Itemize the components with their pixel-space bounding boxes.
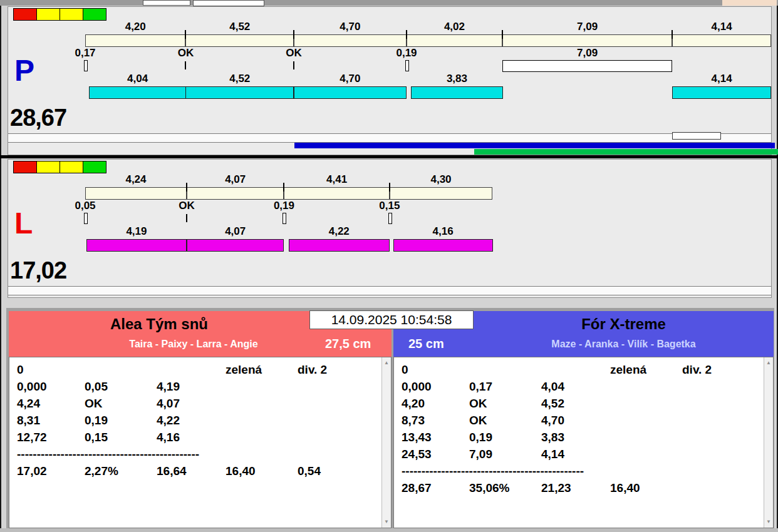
table-cell: OK (85, 395, 157, 412)
jump-height: 27,5 cm (325, 337, 371, 351)
split-time-label: 4,41 (284, 175, 389, 185)
table-cell (226, 412, 298, 429)
table-cell (610, 412, 682, 429)
table-cell: 0,19 (85, 412, 157, 429)
segment-boundary-tick (406, 30, 407, 39)
exchange-notch (283, 213, 286, 224)
scroll-down-icon[interactable]: ▼ (382, 518, 391, 526)
exchange-time-label: 0,15 (365, 201, 415, 211)
table-cell (610, 378, 682, 395)
run-time-label: 4,14 (672, 74, 771, 84)
team-results: 0zelenádiv. 20,0000,054,194,24OK4,078,31… (9, 357, 392, 528)
table-row: 0zelenádiv. 2 (394, 361, 763, 378)
table-cell: 35,06% (469, 479, 541, 496)
exchange-time-label: OK (269, 48, 319, 58)
table-cell: OK (469, 395, 541, 412)
segment-boundary-tick (186, 183, 187, 192)
table-cell: 4,22 (157, 412, 226, 429)
table-cell: 0,05 (85, 378, 157, 395)
table-cell (298, 412, 381, 429)
run-time-label: 3,83 (411, 74, 502, 84)
scroll-up-icon[interactable]: ▲ (764, 359, 773, 367)
run-bar (89, 86, 185, 99)
table-cell: 16,40 (226, 463, 298, 479)
exchange-notch (84, 213, 88, 224)
table-cell: 4,16 (157, 429, 226, 446)
segment-boundary-tick (672, 30, 673, 39)
jump-height: 25 cm (408, 337, 444, 351)
split-segment (185, 34, 294, 47)
split-time-label: 4,24 (85, 175, 187, 185)
table-cell: 13,43 (402, 429, 469, 446)
lane-divider (0, 155, 778, 158)
run-bar (289, 239, 390, 252)
team-results: 0zelenádiv. 20,0000,174,044,20OK4,528,73… (393, 357, 774, 528)
exchange-time-label: OK (162, 201, 212, 211)
exchange-delay-box (502, 60, 672, 72)
table-cell: 24,53 (402, 446, 469, 463)
segment-boundary-tick (185, 30, 186, 39)
table-cell: div. 2 (682, 361, 763, 378)
datetime-display: 14.09.2025 10:54:58 (309, 310, 474, 329)
run-bar (672, 86, 771, 99)
table-row: 24,537,094,14 (394, 446, 763, 463)
team-name: Fór X-treme (474, 315, 774, 333)
team-panel-left: Alea Tým snů Taira - Paixy - Larra - Ang… (9, 311, 392, 528)
table-row: 13,430,193,83 (394, 429, 763, 446)
exchange-time-label: 7,09 (502, 48, 672, 58)
scroll-down-icon[interactable]: ▼ (764, 518, 773, 526)
table-cell: 17,02 (17, 463, 85, 479)
split-time-label: 4,30 (390, 175, 492, 185)
run-bar (411, 86, 502, 99)
window-artifact (722, 0, 777, 6)
progress-bar-blue (294, 143, 775, 148)
scrollbar[interactable]: ▲ ▼ (764, 357, 773, 528)
split-time-label: 4,70 (294, 22, 407, 32)
table-cell (682, 446, 763, 463)
table-cell: 0,15 (85, 429, 157, 446)
table-cell (541, 361, 610, 378)
run-time-label: 4,70 (294, 74, 407, 84)
team-rows: 0zelenádiv. 20,0000,054,194,24OK4,078,31… (9, 357, 381, 528)
split-time-label: 4,52 (185, 22, 294, 32)
run-time-label: 4,22 (289, 227, 390, 237)
table-cell: 0,000 (17, 378, 85, 395)
exchange-time-label: 0,17 (60, 48, 110, 58)
team-panel-right: Fór X-treme Maze - Aranka - Vilík - Bage… (393, 311, 774, 528)
table-cell (157, 361, 226, 378)
split-time-label: 4,02 (407, 22, 503, 32)
table-row: 0,0000,054,19 (9, 378, 381, 395)
run-bar (187, 239, 284, 252)
table-row: 4,20OK4,52 (394, 395, 763, 412)
table-cell: zelená (610, 361, 682, 378)
lane-total-time: 28,67 (10, 106, 66, 130)
segment-boundary-tick (389, 183, 390, 192)
lane-p: P 4,204,524,704,027,094,140,17OKOK0,197,… (8, 6, 772, 155)
scroll-up-icon[interactable]: ▲ (382, 359, 391, 367)
table-cell: 28,67 (402, 479, 469, 496)
table-cell: 4,20 (402, 395, 469, 412)
result-strip (8, 286, 771, 295)
exchange-time-label: OK (160, 48, 210, 58)
split-segment (407, 34, 503, 47)
table-row: 12,720,154,16 (9, 429, 381, 446)
table-cell (682, 429, 763, 446)
split-segment (85, 187, 187, 200)
table-cell: 0 (402, 361, 469, 378)
table-cell (298, 395, 381, 412)
run-time-label: 4,52 (185, 74, 294, 84)
split-time-label: 4,20 (85, 22, 185, 32)
table-row: 8,310,194,22 (9, 412, 381, 429)
table-cell: 4,19 (157, 378, 226, 395)
table-cell (226, 378, 298, 395)
table-separator: ----------------------------------------… (394, 463, 763, 479)
exchange-time-label: 0,19 (381, 48, 432, 58)
table-cell: 4,24 (17, 395, 85, 412)
split-segment (294, 34, 407, 47)
table-cell: 16,64 (157, 463, 226, 479)
table-cell (610, 395, 682, 412)
table-cell: 8,31 (17, 412, 85, 429)
run-time-label: 4,04 (89, 74, 185, 84)
scrollbar[interactable]: ▲ ▼ (381, 357, 391, 528)
lane-total-time: 17,02 (10, 258, 66, 282)
